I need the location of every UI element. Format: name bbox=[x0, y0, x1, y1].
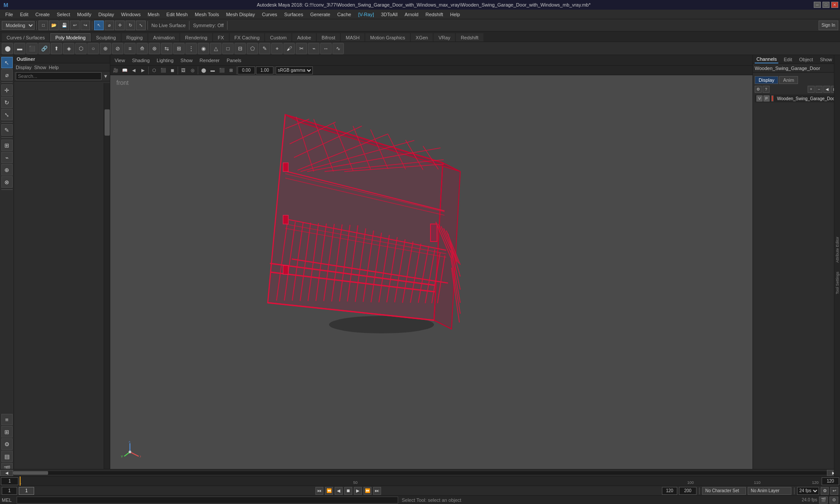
show-tab[interactable]: Show bbox=[818, 56, 834, 63]
layer-color-box[interactable] bbox=[771, 95, 774, 102]
menu-create[interactable]: Create bbox=[32, 11, 53, 18]
snap-to-curve[interactable]: ⌁ bbox=[1, 152, 13, 163]
snap-to-view[interactable]: ⊗ bbox=[1, 176, 13, 188]
tab-fx[interactable]: FX bbox=[213, 33, 229, 42]
shelf-soft-select[interactable]: ⌖ bbox=[271, 43, 283, 54]
layer-help-btn[interactable]: ? bbox=[763, 86, 770, 93]
status-settings-btn[interactable]: ⚙ bbox=[830, 497, 838, 504]
menu-mesh[interactable]: Mesh bbox=[144, 11, 163, 18]
workspace-select[interactable]: Modeling bbox=[2, 21, 35, 30]
menu-cache[interactable]: Cache bbox=[334, 11, 355, 18]
menu-edit[interactable]: Edit bbox=[17, 11, 32, 18]
menu-display[interactable]: Display bbox=[95, 11, 118, 18]
play-fwd-btn[interactable]: ▶ bbox=[354, 487, 362, 495]
select-tool[interactable]: ↖ bbox=[1, 57, 13, 68]
p-indicator[interactable]: P bbox=[763, 95, 770, 102]
vp-menu-lighting[interactable]: Lighting bbox=[154, 57, 176, 64]
outliner-show-btn[interactable]: Show bbox=[34, 65, 46, 70]
shelf-boolean[interactable]: ⊞ bbox=[173, 43, 185, 54]
vp-select-uv-icon[interactable]: ⊞ bbox=[227, 66, 235, 75]
shelf-slide-edge[interactable]: ↔ bbox=[320, 43, 332, 54]
shelf-select-face[interactable]: ⬛ bbox=[26, 43, 38, 54]
no-character-set-btn[interactable]: No Character Set bbox=[702, 487, 746, 495]
layer-options-btn[interactable]: ⚙ bbox=[755, 86, 762, 93]
menu-generate[interactable]: Generate bbox=[307, 11, 334, 18]
settings-btn[interactable]: ⚙ bbox=[821, 487, 829, 495]
shelf-split[interactable]: ⊘ bbox=[112, 43, 123, 54]
shelf-sculpt[interactable]: ✎ bbox=[259, 43, 270, 54]
tab-poly-modeling[interactable]: Poly Modeling bbox=[50, 33, 90, 42]
shelf-quad-draw[interactable]: □ bbox=[222, 43, 234, 54]
outliner-search-input[interactable] bbox=[16, 72, 102, 80]
shelf-append-polygon[interactable]: ⊟ bbox=[234, 43, 246, 54]
tab-redshift[interactable]: Redshift bbox=[456, 33, 483, 42]
pb-start-frame[interactable] bbox=[2, 487, 17, 495]
shelf-offset-edge[interactable]: ⟰ bbox=[136, 43, 148, 54]
shelf-triangulate[interactable]: △ bbox=[210, 43, 221, 54]
object-tab[interactable]: Object bbox=[797, 56, 815, 63]
fps-select[interactable]: 24 fps 30 fps 60 fps bbox=[797, 487, 819, 495]
vp-wireframe-icon[interactable]: ⬡ bbox=[150, 66, 158, 75]
scale-tool[interactable]: ⤡ bbox=[1, 109, 13, 120]
sculpt-tool[interactable]: ✎ bbox=[1, 124, 13, 136]
tab-mash[interactable]: MASH bbox=[341, 33, 364, 42]
vp-next-view-icon[interactable]: ▶ bbox=[139, 66, 147, 75]
pb-current-frame[interactable] bbox=[19, 487, 34, 495]
layer-delete-btn[interactable]: − bbox=[816, 86, 822, 93]
timeline-tick-area[interactable]: 1 50 100 110 120 bbox=[19, 476, 821, 486]
tab-rigging[interactable]: Rigging bbox=[122, 33, 147, 42]
channel-box-toggle[interactable]: ≡ bbox=[1, 414, 13, 425]
tab-motion-graphics[interactable]: Motion Graphics bbox=[365, 33, 410, 42]
tab-vray[interactable]: VRay bbox=[434, 33, 455, 42]
outliner-toggle[interactable]: ▤ bbox=[1, 451, 13, 462]
shelf-create-polygon[interactable]: ⬠ bbox=[247, 43, 258, 54]
vp-smooth-shade-icon[interactable]: ⬛ bbox=[159, 66, 168, 75]
timeline-scroll-track[interactable] bbox=[13, 471, 827, 475]
tab-fx-caching[interactable]: FX Caching bbox=[230, 33, 264, 42]
shelf-select-edge[interactable]: ▬ bbox=[14, 43, 25, 54]
tab-custom[interactable]: Custom bbox=[265, 33, 291, 42]
menu-redshift[interactable]: Redshift bbox=[422, 11, 446, 18]
snap-to-point[interactable]: ⊕ bbox=[1, 164, 13, 175]
new-scene-btn[interactable]: □ bbox=[38, 21, 48, 30]
lasso-tool[interactable]: ⌀ bbox=[1, 69, 13, 80]
step-back-btn[interactable]: ⏪ bbox=[325, 487, 333, 495]
rotate-tool[interactable]: ↻ bbox=[1, 97, 13, 108]
vp-select-edge-icon[interactable]: ▬ bbox=[208, 66, 217, 75]
display-tab[interactable]: Display bbox=[755, 76, 778, 84]
shelf-bevel[interactable]: ◈ bbox=[63, 43, 74, 54]
tab-xgen[interactable]: XGen bbox=[411, 33, 433, 42]
menu-help[interactable]: Help bbox=[447, 11, 464, 18]
lasso-btn[interactable]: ⌀ bbox=[105, 21, 114, 30]
vp-menu-shading[interactable]: Shading bbox=[130, 57, 152, 64]
outliner-item-persp[interactable]: ▶ 📷 persp bbox=[14, 82, 110, 83]
menu-surfaces[interactable]: Surfaces bbox=[281, 11, 307, 18]
no-anim-layer-btn[interactable]: No Anim Layer bbox=[748, 487, 791, 495]
sign-in-btn[interactable]: Sign In bbox=[819, 21, 838, 30]
vp-menu-show[interactable]: Show bbox=[178, 57, 196, 64]
shelf-paint-select[interactable]: 🖌 bbox=[284, 43, 295, 54]
timeline-end-frame[interactable] bbox=[822, 477, 839, 485]
shelf-mirror[interactable]: ⇆ bbox=[161, 43, 172, 54]
outliner-help-btn[interactable]: Help bbox=[49, 65, 59, 70]
timeline-start-frame[interactable] bbox=[1, 477, 18, 485]
timeline-scroll-thumb[interactable] bbox=[13, 471, 48, 475]
viewport[interactable]: front bbox=[110, 75, 752, 476]
move-btn[interactable]: ✛ bbox=[115, 21, 125, 30]
tab-adobe[interactable]: Adobe bbox=[292, 33, 316, 42]
vp-texture-icon[interactable]: 🖼 bbox=[179, 66, 188, 75]
vp-menu-view[interactable]: View bbox=[112, 57, 128, 64]
v-indicator[interactable]: V bbox=[756, 95, 763, 102]
scale-btn[interactable]: ⤡ bbox=[136, 21, 146, 30]
tab-curves-surfaces[interactable]: Curves / Surfaces bbox=[2, 33, 49, 42]
vp-select-vertex-icon[interactable]: ⬤ bbox=[199, 66, 208, 75]
mel-input[interactable] bbox=[17, 497, 398, 504]
maximize-button[interactable]: □ bbox=[822, 2, 830, 8]
shelf-smooth[interactable]: ◉ bbox=[198, 43, 209, 54]
gamma-select[interactable]: sRGB gamma bbox=[276, 66, 313, 74]
shelf-multi-cut[interactable]: ✂ bbox=[296, 43, 307, 54]
menu-file[interactable]: File bbox=[2, 11, 17, 18]
stop-btn[interactable]: ⏹ bbox=[344, 487, 352, 495]
redo-btn[interactable]: ↪ bbox=[80, 21, 90, 30]
timeline-playhead[interactable] bbox=[20, 476, 21, 486]
